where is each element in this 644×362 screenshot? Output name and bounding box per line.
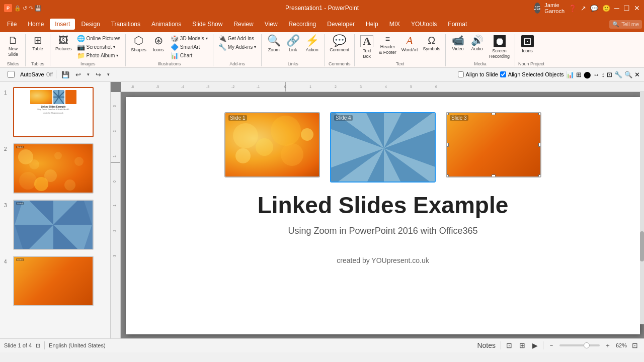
- menu-youtools[interactable]: YOUtools: [406, 19, 442, 30]
- slide-thumb-2[interactable]: 2 Slide 1: [3, 142, 107, 195]
- zoom-slider-thumb[interactable]: [584, 342, 590, 348]
- align-to-slide-check[interactable]: [458, 71, 464, 77]
- align-selected-check[interactable]: [500, 71, 506, 77]
- undo-button[interactable]: ↩: [73, 70, 83, 79]
- zoom-out-button[interactable]: －: [546, 340, 556, 351]
- textbox-button[interactable]: A TextBox: [358, 34, 376, 60]
- video-button[interactable]: 📹 Video: [449, 34, 467, 53]
- smartart-button[interactable]: 🔷 SmartArt: [169, 43, 210, 51]
- menu-transitions[interactable]: Transitions: [106, 19, 145, 30]
- online-pictures-button[interactable]: 🌐 Online Pictures: [75, 34, 123, 43]
- scrollbar-right[interactable]: [640, 92, 644, 324]
- ribbon-group-label-images: Images: [53, 60, 122, 66]
- ribbon-group-label-noun: Noun Project: [518, 60, 544, 66]
- slide-info: Slide 1 of 4: [4, 342, 32, 348]
- wordart-icon: A: [406, 35, 413, 46]
- ribbon-group-addins: 🔌 Get Add-ins 🔧 My Add-ins ▾ Add-ins: [214, 34, 262, 66]
- canvas-area: -6 -5 -4 -3 -2 -1 0 1 2 3 4 5 6 3 2: [111, 82, 644, 338]
- maximize-button[interactable]: ☐: [623, 0, 630, 16]
- menu-help[interactable]: Help: [361, 19, 383, 30]
- quick-access-more[interactable]: ▾: [105, 71, 112, 78]
- autosave-toggle[interactable]: [4, 71, 18, 78]
- quick-access-toolbar: AutoSave Off 💾 ↩ ▾ ↪ ▾ Align to Slide Al…: [0, 68, 644, 82]
- svg-line-3: [53, 90, 59, 97]
- menu-recording[interactable]: Recording: [284, 19, 321, 30]
- menu-animations[interactable]: Animations: [146, 19, 186, 30]
- pictures-button[interactable]: 🖼 Pictures: [53, 34, 74, 53]
- zoom-box-3[interactable]: Slide 3: [446, 112, 541, 177]
- svg-text:-2: -2: [113, 229, 116, 232]
- minimize-button[interactable]: ─: [614, 0, 619, 16]
- slide-preview-4: Slide 3: [13, 256, 94, 306]
- zoom-button[interactable]: 🔍 Zoom: [265, 34, 283, 54]
- titlebar-spacer: P 🔒 ↺ ↷ 💾: [4, 4, 105, 12]
- menu-review[interactable]: Review: [228, 19, 258, 30]
- svg-text:0: 0: [113, 180, 116, 183]
- menu-home[interactable]: Home: [23, 19, 49, 30]
- shapes-button[interactable]: ⬡ Shapes: [129, 34, 148, 54]
- get-addins-button[interactable]: 🔌 Get Add-ins: [216, 34, 258, 43]
- svg-text:-6: -6: [131, 85, 134, 88]
- my-addins-button[interactable]: 🔧 My Add-ins ▾: [216, 43, 258, 51]
- svg-text:3: 3: [360, 85, 362, 88]
- chart-button[interactable]: 📊 Chart: [169, 51, 210, 60]
- table-icon: ⊞: [34, 35, 42, 45]
- ruler-left: 3 2 1 0 -1 -2 -3: [111, 92, 121, 338]
- fit-slide-button[interactable]: ⊡: [630, 340, 640, 350]
- photo-album-icon: 📁: [77, 52, 85, 59]
- save-button[interactable]: 💾: [59, 70, 71, 79]
- screen-recording-button[interactable]: ⏺ ScreenRecording: [487, 34, 512, 60]
- textbox-icon: A: [360, 35, 373, 47]
- fit-icon: ⊡: [36, 342, 40, 349]
- photo-album-button[interactable]: 📁 Photo Album ▾: [75, 51, 123, 60]
- normal-view-button[interactable]: ⊡: [504, 340, 514, 350]
- slideshow-view-button[interactable]: ▶: [530, 340, 540, 350]
- redo-button[interactable]: ↪: [94, 70, 103, 79]
- ribbon-group-comments: 💬 Comment Comments: [326, 34, 355, 66]
- zoom-box-2[interactable]: Slide 4: [330, 112, 436, 183]
- menu-slideshow[interactable]: Slide Show: [187, 19, 227, 30]
- zoom-box-1[interactable]: Slide 1: [224, 112, 320, 177]
- slide-thumb-3[interactable]: 3 Slide 4: [3, 199, 107, 251]
- table-button[interactable]: ⊞ Table: [29, 34, 47, 53]
- close-button[interactable]: ✕: [634, 0, 640, 16]
- menu-developer[interactable]: Developer: [322, 19, 360, 30]
- slide-thumb-4[interactable]: 4 Slide 3: [3, 255, 107, 307]
- align-to-slide-label: Align to Slide: [466, 71, 498, 77]
- menu-insert[interactable]: Insert: [50, 19, 75, 30]
- svg-text:4: 4: [385, 85, 387, 88]
- 3d-models-button[interactable]: 🎲 3D Models ▾: [169, 34, 210, 43]
- zoom-slider[interactable]: [559, 344, 600, 346]
- slide-thumb-1[interactable]: 1: [3, 86, 107, 138]
- slides-panel: 1: [0, 82, 111, 338]
- new-slide-button[interactable]: 🗋 NewSlide: [4, 34, 22, 58]
- notes-button[interactable]: Notes: [475, 340, 498, 350]
- undo-dropdown[interactable]: ▾: [85, 71, 92, 78]
- new-slide-icon: 🗋: [8, 35, 18, 45]
- comment-button[interactable]: 💬 Comment: [328, 34, 351, 54]
- icons-button[interactable]: ⊛ Icons: [149, 34, 168, 54]
- icons-icon: ⊛: [154, 35, 163, 46]
- menu-mix[interactable]: MIX: [384, 19, 405, 30]
- svg-text:-4: -4: [181, 85, 184, 88]
- symbols-button[interactable]: Ω Symbols: [421, 34, 443, 53]
- screenshot-button[interactable]: 📷 Screenshot ▾: [75, 43, 123, 51]
- slide-canvas: Slide 1: [126, 97, 640, 334]
- wordart-button[interactable]: A WordArt: [399, 34, 420, 54]
- menu-format[interactable]: Format: [443, 19, 472, 30]
- action-button[interactable]: ⚡ Action: [303, 34, 321, 54]
- menu-file[interactable]: File: [2, 19, 22, 30]
- outline-view-button[interactable]: ⊞: [517, 340, 527, 350]
- link-button[interactable]: 🔗 Link: [284, 34, 302, 54]
- header-footer-button[interactable]: ≡ Header& Footer: [377, 34, 398, 56]
- user-icon: JG: [534, 3, 541, 14]
- autosave-label: AutoSave: [20, 71, 44, 77]
- zoom-in-button[interactable]: ＋: [603, 340, 613, 351]
- audio-button[interactable]: 🔊 Audio: [468, 34, 486, 53]
- menu-design[interactable]: Design: [76, 19, 105, 30]
- zoom-box-2-label: Slide 4: [334, 115, 353, 121]
- noun-icons-button[interactable]: ⊡ Icons: [518, 34, 536, 55]
- ribbon-group-label-slides: Slides: [4, 60, 22, 66]
- smartart-icon: 🔷: [171, 43, 179, 51]
- menu-view[interactable]: View: [260, 19, 283, 30]
